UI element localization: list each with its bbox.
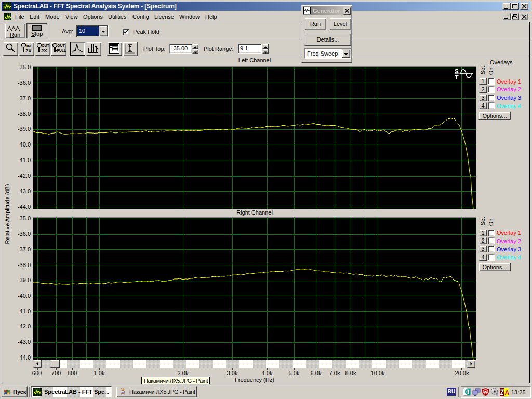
svg-text:OUT: OUT bbox=[57, 44, 65, 47]
svg-text:2X: 2X bbox=[25, 48, 32, 54]
svg-text:FULL: FULL bbox=[57, 49, 66, 52]
svg-text:2X: 2X bbox=[41, 48, 47, 54]
svg-text:OUT: OUT bbox=[42, 44, 50, 47]
svg-text:A: A bbox=[505, 389, 509, 396]
